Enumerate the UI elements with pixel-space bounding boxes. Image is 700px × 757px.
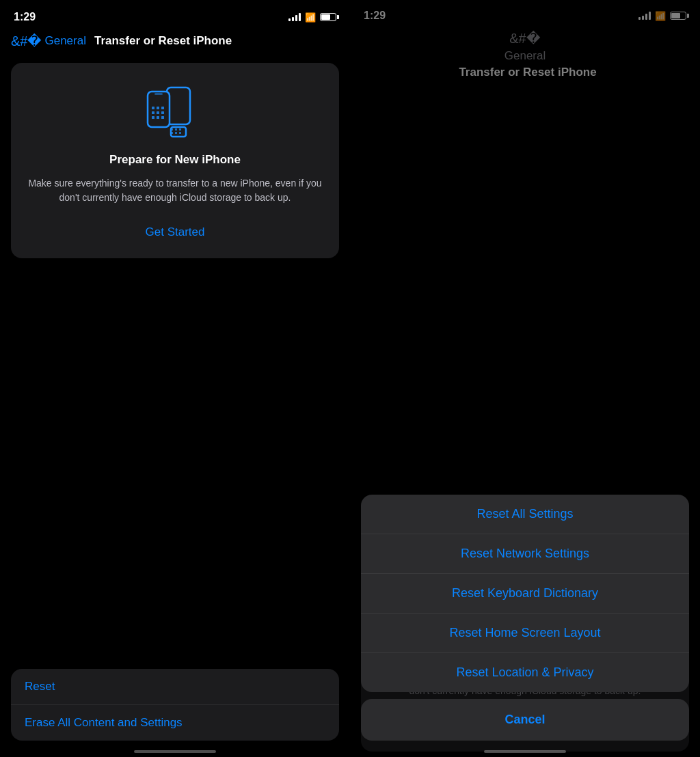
- svg-rect-3: [175, 128, 177, 130]
- svg-rect-10: [157, 107, 159, 109]
- cancel-label: Cancel: [504, 713, 545, 726]
- svg-rect-17: [161, 116, 164, 119]
- svg-rect-7: [179, 132, 181, 134]
- left-home-indicator: [134, 750, 216, 753]
- svg-rect-14: [161, 111, 164, 114]
- reset-home-screen-layout-item[interactable]: Reset Home Screen Layout: [361, 614, 689, 653]
- left-back-label[interactable]: General: [44, 34, 85, 48]
- svg-rect-12: [152, 111, 154, 114]
- left-time: 1:29: [14, 11, 36, 23]
- svg-rect-11: [161, 107, 164, 109]
- left-phone-transfer-icon: [141, 82, 209, 143]
- svg-rect-15: [152, 116, 154, 119]
- reset-location-privacy-label: Reset Location & Privacy: [456, 665, 593, 679]
- reset-all-settings-item[interactable]: Reset All Settings: [361, 495, 689, 534]
- left-reset-card: Reset Erase All Content and Settings: [11, 669, 339, 741]
- left-signal-icon: [288, 13, 301, 21]
- left-nav-title: Transfer or Reset iPhone: [94, 34, 232, 48]
- left-panel: 1:29 📶 &#� General Transfer or Reset iPh…: [0, 0, 350, 757]
- right-signal-icon: [638, 12, 651, 20]
- left-bottom-section: Reset Erase All Content and Settings: [11, 669, 339, 741]
- svg-rect-5: [171, 132, 173, 134]
- svg-rect-16: [157, 116, 159, 119]
- left-wifi-icon: 📶: [305, 12, 316, 23]
- left-status-bar: 1:29 📶: [0, 0, 350, 30]
- reset-network-settings-label: Reset Network Settings: [461, 547, 589, 560]
- left-status-icons: 📶: [288, 12, 336, 23]
- reset-home-screen-layout-label: Reset Home Screen Layout: [449, 626, 600, 639]
- reset-location-privacy-item[interactable]: Reset Location & Privacy: [361, 653, 689, 692]
- right-battery-icon: [670, 12, 686, 20]
- left-prepare-desc: Make sure everything's ready to transfer…: [25, 176, 325, 205]
- right-wifi-icon: 📶: [655, 11, 666, 21]
- right-status-bar: 1:29 📶: [350, 0, 700, 27]
- svg-rect-13: [157, 111, 159, 114]
- svg-rect-9: [152, 107, 154, 109]
- erase-all-label: Erase All Content and Settings: [25, 716, 183, 729]
- svg-rect-18: [154, 93, 163, 95]
- right-time: 1:29: [364, 10, 386, 22]
- left-nav-header: &#� General Transfer or Reset iPhone: [0, 30, 350, 57]
- right-status-icons: 📶: [638, 11, 686, 21]
- action-sheet: Reset All Settings Reset Network Setting…: [361, 495, 689, 741]
- reset-button-item[interactable]: Reset: [11, 669, 339, 705]
- right-nav-header: &#� General Transfer or Reset iPhone: [350, 27, 700, 551]
- right-back-chevron-icon[interactable]: &#�: [509, 30, 540, 46]
- right-home-indicator: [484, 750, 566, 753]
- reset-label: Reset: [25, 680, 55, 693]
- right-nav-title: Transfer or Reset iPhone: [459, 66, 596, 79]
- erase-all-button-item[interactable]: Erase All Content and Settings: [11, 705, 339, 741]
- left-get-started-button[interactable]: Get Started: [146, 220, 205, 245]
- right-panel: 1:29 📶 &#� General Transfer or Reset iPh…: [350, 0, 700, 757]
- svg-rect-6: [175, 132, 177, 134]
- reset-all-settings-label: Reset All Settings: [476, 507, 573, 521]
- reset-keyboard-dictionary-label: Reset Keyboard Dictionary: [452, 586, 598, 600]
- action-sheet-menu: Reset All Settings Reset Network Setting…: [361, 495, 689, 692]
- reset-keyboard-dictionary-item[interactable]: Reset Keyboard Dictionary: [361, 574, 689, 614]
- svg-rect-4: [179, 128, 181, 130]
- right-back-label[interactable]: General: [504, 49, 546, 63]
- left-prepare-title: Prepare for New iPhone: [109, 153, 241, 167]
- left-battery-icon: [320, 13, 336, 21]
- reset-network-settings-item[interactable]: Reset Network Settings: [361, 534, 689, 574]
- left-back-chevron-icon[interactable]: &#�: [11, 33, 42, 49]
- svg-rect-2: [171, 128, 173, 130]
- svg-rect-1: [171, 127, 186, 137]
- left-prepare-card: Prepare for New iPhone Make sure everyth…: [11, 63, 339, 258]
- cancel-button[interactable]: Cancel: [361, 699, 689, 741]
